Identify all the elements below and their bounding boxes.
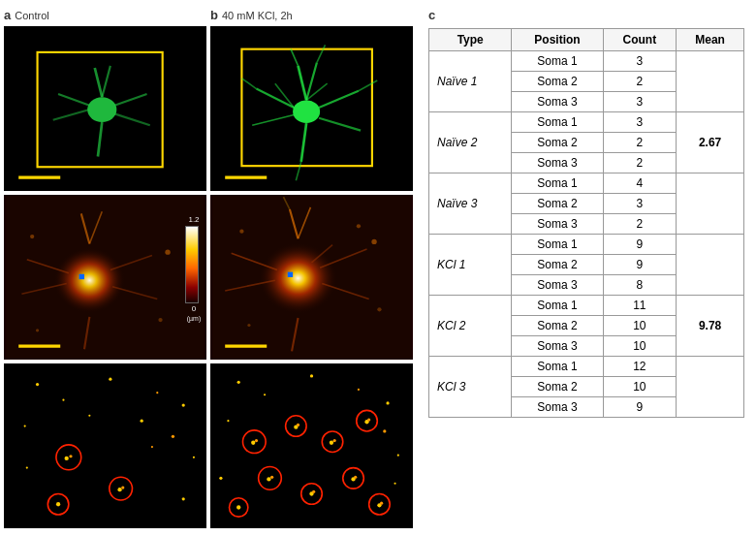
panel-a-label: a (4, 8, 11, 22)
svg-point-83 (357, 224, 361, 228)
svg-point-85 (237, 381, 240, 384)
count-cell: 8 (603, 275, 677, 296)
position-cell: Soma 3 (512, 214, 603, 235)
position-cell: Soma 1 (512, 112, 603, 133)
count-cell: 4 (603, 173, 677, 194)
svg-point-31 (182, 403, 185, 406)
position-cell: Soma 3 (512, 275, 603, 296)
count-cell: 10 (603, 316, 677, 336)
count-cell: 3 (603, 92, 677, 112)
svg-point-47 (182, 497, 185, 500)
svg-point-80 (371, 239, 376, 244)
svg-point-92 (397, 455, 399, 457)
svg-point-46 (26, 467, 28, 469)
count-cell: 3 (603, 51, 677, 72)
type-cell: Naïve 1 (429, 51, 512, 112)
svg-point-32 (24, 425, 26, 426)
left-panel: a Control (0, 0, 417, 536)
fluor-kcl (210, 26, 413, 191)
header-type: Type (429, 29, 512, 51)
svg-point-97 (255, 439, 258, 442)
position-cell: Soma 1 (512, 357, 603, 377)
svg-point-89 (386, 401, 389, 404)
header-count: Count (603, 29, 677, 51)
svg-point-25 (36, 329, 39, 331)
count-cell: 2 (603, 72, 677, 92)
svg-rect-77 (288, 272, 293, 277)
count-cell: 9 (603, 397, 677, 418)
type-cell: KCl 3 (429, 357, 512, 418)
mean-cell (677, 173, 744, 235)
svg-point-105 (267, 477, 270, 481)
position-cell: Soma 1 (512, 173, 603, 194)
colorbar: 1.2 0 (µm) (185, 214, 203, 311)
svg-point-30 (156, 392, 158, 394)
svg-point-100 (297, 424, 299, 426)
svg-point-44 (141, 420, 143, 423)
svg-point-45 (151, 446, 153, 448)
svg-point-115 (367, 418, 370, 421)
count-cell: 10 (603, 336, 677, 357)
svg-point-94 (394, 483, 396, 485)
svg-point-29 (109, 378, 111, 381)
heatmap-kcl (210, 195, 413, 360)
column-kcl: b 40 mM KCl, 2h (210, 8, 413, 528)
count-cell: 12 (603, 357, 677, 377)
count-cell: 10 (603, 377, 677, 397)
count-cell: 11 (603, 296, 677, 316)
col1-title: Control (15, 10, 48, 21)
svg-point-82 (247, 324, 250, 327)
count-cell: 9 (603, 255, 677, 275)
position-cell: Soma 2 (512, 255, 603, 275)
svg-point-67 (254, 238, 341, 318)
fluor-control (4, 26, 206, 191)
svg-point-2 (87, 97, 116, 122)
colorbar-max: 1.2 (185, 214, 203, 226)
svg-point-43 (88, 415, 90, 417)
svg-point-37 (69, 455, 72, 457)
svg-point-36 (65, 457, 69, 460)
svg-point-39 (117, 488, 121, 491)
position-cell: Soma 3 (512, 397, 603, 418)
position-cell: Soma 2 (512, 194, 603, 214)
svg-point-12 (49, 244, 129, 317)
svg-point-112 (354, 476, 357, 479)
svg-point-40 (121, 486, 124, 489)
svg-point-79 (239, 230, 243, 234)
mean-cell: 9.78 (677, 296, 744, 357)
svg-rect-20 (79, 274, 84, 279)
colorbar-unit: (µm) (185, 315, 203, 322)
circles-control (4, 363, 206, 528)
colorbar-gradient (185, 226, 199, 303)
svg-point-109 (312, 490, 315, 493)
svg-point-22 (30, 235, 34, 238)
svg-point-103 (333, 439, 336, 442)
heatmap-control: 1.2 0 (µm) (4, 195, 206, 360)
position-cell: Soma 3 (512, 153, 603, 173)
panel-b-label: b (210, 8, 218, 22)
position-cell: Soma 2 (512, 72, 603, 92)
position-cell: Soma 1 (512, 235, 603, 255)
svg-point-27 (36, 383, 39, 386)
data-table: Type Position Count Mean Naïve 1Soma 13S… (428, 28, 744, 418)
svg-point-23 (165, 249, 170, 254)
position-cell: Soma 2 (512, 133, 603, 153)
colorbar-min: 0 (185, 303, 203, 315)
position-cell: Soma 1 (512, 51, 603, 72)
svg-point-34 (193, 457, 195, 458)
svg-point-42 (56, 502, 60, 506)
right-panel: c Type Position Count Mean Naïve 1Soma 1… (417, 0, 756, 536)
header-mean: Mean (677, 29, 744, 51)
svg-point-81 (377, 307, 381, 311)
position-cell: Soma 3 (512, 336, 603, 357)
svg-point-93 (219, 477, 222, 480)
count-cell: 9 (603, 235, 677, 255)
type-cell: Naïve 2 (429, 112, 512, 173)
svg-point-33 (172, 435, 174, 438)
col2-title: 40 mM KCl, 2h (222, 10, 293, 21)
type-cell: Naïve 3 (429, 173, 512, 235)
position-cell: Soma 1 (512, 296, 603, 316)
position-cell: Soma 2 (512, 316, 603, 336)
count-cell: 3 (603, 194, 677, 214)
type-cell: KCl 1 (429, 235, 512, 296)
